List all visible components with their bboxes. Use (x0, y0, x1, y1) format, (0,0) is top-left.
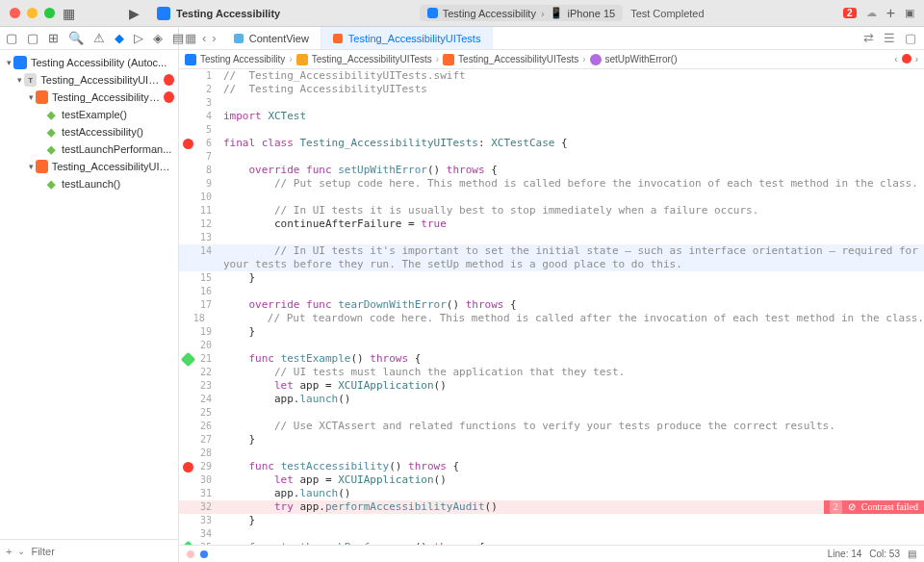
minimize-window-button[interactable] (27, 8, 38, 18)
sidebar-file[interactable]: ▾ Testing_AccessibilityUITest... (0, 158, 178, 175)
chevron-right-icon: › (436, 54, 439, 64)
navigator-debug-icon[interactable]: ▷ (134, 31, 143, 45)
test-pass-icon: ◆ (44, 177, 58, 191)
breadcrumb-item[interactable]: setUpWithError() (605, 54, 678, 64)
next-issue-button[interactable]: › (915, 54, 918, 64)
sidebar-target[interactable]: ▾ T Testing_AccessibilityUITests (0, 71, 178, 89)
sidebar-test-method[interactable]: ◆ testAccessibility() (0, 123, 178, 140)
sidebar-label: Testing_AccessibilityUITest... (52, 161, 174, 172)
breadcrumb-item[interactable]: Testing_AccessibilityUITests (312, 54, 432, 64)
adjust-editor-icon[interactable]: ☰ (884, 31, 895, 45)
navigator-test-icon[interactable]: ◆ (115, 31, 124, 45)
sidebar-label: testExample() (62, 109, 127, 120)
disclosure-chevron-icon[interactable]: ▾ (15, 75, 24, 85)
inspector-toggle-icon[interactable]: ▢ (905, 31, 916, 45)
sidebar-label: testLaunch() (62, 178, 120, 190)
cursor-line-label: Line: 14 (828, 549, 862, 559)
run-button[interactable]: ▶ (121, 6, 147, 21)
disclosure-chevron-icon[interactable]: ▾ (27, 92, 36, 102)
forward-button[interactable]: › (212, 31, 216, 45)
cloud-icon[interactable]: ☁ (866, 7, 877, 19)
test-pass-gutter-icon[interactable] (180, 351, 195, 367)
test-pass-icon: ◆ (44, 142, 58, 156)
scheme-selector[interactable]: Testing Accessibility › 📱 iPhone 15 (420, 5, 623, 21)
prev-issue-button[interactable]: ‹ (894, 54, 897, 64)
sidebar-label: testAccessibility() (62, 126, 143, 138)
disclosure-chevron-icon[interactable]: ▾ (27, 162, 36, 171)
method-icon (590, 54, 602, 65)
tab-label: Testing_AccessibilityUITests (348, 33, 481, 44)
swift-file-icon (36, 160, 48, 173)
minimap-toggle-icon[interactable]: ▤ (908, 549, 916, 559)
navigator-folder-icon[interactable]: ▢ (6, 31, 17, 45)
swift-file-icon (36, 90, 48, 104)
build-status-label: Test Completed (630, 8, 704, 19)
zoom-window-button[interactable] (44, 8, 55, 18)
library-button[interactable]: ▣ (905, 7, 914, 19)
code-editor[interactable]: 1// Testing_AccessibilityUITests.swift 2… (179, 69, 924, 545)
project-title-label: Testing Accessibility (176, 8, 280, 19)
navigator-find-icon[interactable]: 🔍 (68, 31, 84, 45)
cursor-col-label: Col: 53 (869, 549, 900, 559)
inline-error-label: Contrast failed (861, 500, 918, 514)
tab-label: ContentView (249, 33, 309, 44)
breadcrumb-item[interactable]: Testing Accessibility (200, 54, 285, 64)
error-indicator-icon (164, 74, 174, 86)
filter-input[interactable] (31, 546, 172, 557)
app-icon (157, 7, 170, 20)
project-title[interactable]: Testing Accessibility (157, 7, 280, 20)
filter-icon[interactable]: ⌄ (17, 546, 25, 556)
scheme-icon (427, 8, 438, 18)
inline-error-badge[interactable]: 2⊘ Contrast failed (824, 500, 924, 514)
sidebar-project[interactable]: ▾ Testing Accessibility (Autoc... (0, 54, 178, 71)
titlebar: ▦ ▶ Testing Accessibility Testing Access… (0, 0, 924, 27)
sidebar-footer: + ⌄ (0, 539, 178, 562)
tab-contentview[interactable]: ContentView (222, 27, 321, 49)
error-indicator-icon (164, 91, 174, 103)
add-editor-button[interactable]: + (886, 5, 895, 22)
scheme-label: Testing Accessibility (443, 8, 536, 19)
sidebar-test-method[interactable]: ◆ testLaunchPerforman... (0, 140, 178, 158)
disclosure-chevron-icon[interactable]: ▾ (4, 58, 13, 67)
folder-icon (296, 54, 308, 65)
sidebar-label: testLaunchPerforman... (62, 143, 171, 155)
debug-indicator-icon[interactable] (200, 550, 208, 558)
chevron-right-icon: › (289, 54, 292, 64)
line-error-icon[interactable] (183, 139, 193, 149)
device-icon: 📱 (550, 7, 563, 19)
test-navigator: ▾ Testing Accessibility (Autoc... ▾ T Te… (0, 50, 179, 562)
test-pass-icon: ◆ (44, 125, 58, 139)
line-error-icon[interactable] (183, 462, 193, 473)
navigator-issue-icon[interactable]: ⚠ (93, 31, 105, 45)
back-button[interactable]: ‹ (202, 31, 206, 45)
swift-file-icon (234, 34, 244, 43)
tab-uitests[interactable]: Testing_AccessibilityUITests (321, 27, 494, 49)
sidebar-label: Testing_AccessibilityUIT... (52, 91, 164, 103)
sidebar-file[interactable]: ▾ Testing_AccessibilityUIT... (0, 89, 178, 106)
navigator-symbol-icon[interactable]: ⊞ (48, 31, 59, 45)
breadcrumb-bar[interactable]: Testing Accessibility › Testing_Accessib… (179, 50, 924, 69)
navigator-source-icon[interactable]: ▢ (27, 31, 38, 45)
sidebar-test-method[interactable]: ◆ testExample() (0, 106, 178, 123)
close-window-button[interactable] (10, 8, 20, 18)
test-pass-icon: ◆ (44, 108, 58, 121)
test-pass-gutter-icon[interactable] (180, 540, 195, 545)
project-icon (185, 54, 196, 65)
issue-count-badge[interactable]: 2 (843, 8, 857, 18)
sidebar-label: Testing_AccessibilityUITests (40, 74, 164, 86)
navigator-breakpoint-icon[interactable]: ◈ (153, 31, 163, 45)
sidebar-toggle-icon[interactable]: ▦ (55, 6, 83, 21)
add-button[interactable]: + (6, 546, 12, 557)
editor: Testing Accessibility › Testing_Accessib… (179, 50, 924, 562)
destination-label: iPhone 15 (568, 8, 616, 19)
breakpoint-toggle[interactable] (187, 550, 194, 558)
chevron-right-icon: › (582, 54, 585, 64)
sidebar-label: Testing Accessibility (Autoc... (31, 57, 167, 68)
project-icon (13, 56, 27, 69)
inline-error-count: 2 (830, 500, 842, 514)
related-items-icon[interactable]: ▦ (185, 31, 196, 45)
editor-options-icon[interactable]: ⇄ (863, 31, 874, 45)
statusbar: Line: 14 Col: 53 ▤ (179, 545, 924, 562)
breadcrumb-item[interactable]: Testing_AccessibilityUITests (458, 54, 578, 64)
sidebar-test-method[interactable]: ◆ testLaunch() (0, 175, 178, 192)
